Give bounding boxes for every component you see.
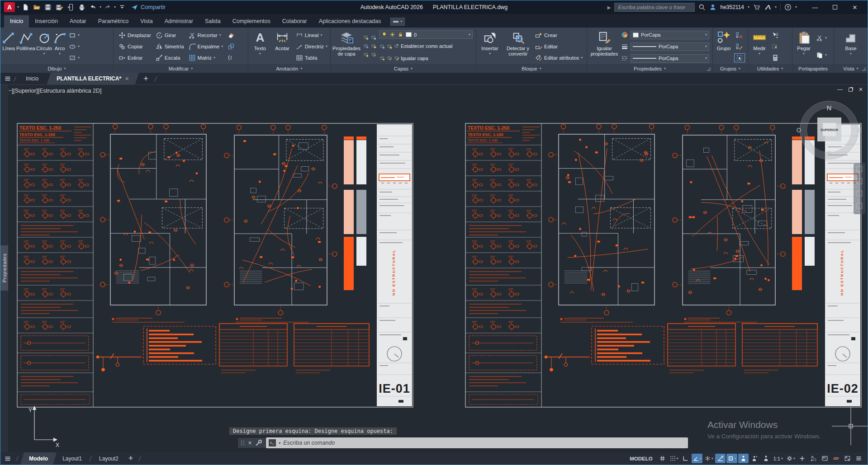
panel-label-modificar[interactable]: Modificar▾ (114, 64, 248, 73)
app-menu-button[interactable]: A (4, 2, 15, 12)
command-input[interactable]: ▾ Escriba un comando (266, 437, 688, 448)
polar-tracking-toggle[interactable]: ▾ (692, 454, 702, 463)
make-current-button[interactable]: Establecer como actual (379, 42, 473, 51)
status-menu-button[interactable] (854, 454, 864, 463)
undo-button[interactable] (88, 2, 98, 12)
trim-button[interactable]: Recortar▾ (187, 31, 225, 40)
layer-freeze-icon[interactable] (370, 34, 376, 40)
polyline-button[interactable]: Polilínea (16, 29, 35, 64)
annotation-autoscale-toggle[interactable] (749, 454, 760, 463)
measure-button[interactable]: Medir▾ (749, 29, 769, 64)
autodesk-dropdown-icon[interactable]: ▾ (775, 5, 777, 9)
redo-button[interactable] (103, 2, 113, 12)
lineweight-icon[interactable] (621, 43, 628, 50)
ribbon-tab-aplicaciones-destacadas[interactable]: Aplicaciones destacadas (313, 15, 387, 28)
grid-display-toggle[interactable] (657, 454, 668, 463)
layer-properties-button[interactable]: Propiedades de capa (332, 29, 361, 64)
group-selection-toggle[interactable] (734, 53, 745, 62)
panel-label-bloque[interactable]: Bloque▾ (476, 64, 587, 73)
workspace-settings-gear-button[interactable]: ▾ (785, 454, 796, 463)
group-edit-button[interactable] (734, 42, 745, 51)
offset-button[interactable] (226, 53, 236, 62)
ellipse-button[interactable]: ▾ (67, 42, 81, 51)
lineweight-dropdown[interactable]: PorCapa▾ (631, 42, 709, 51)
model-space[interactable]: TEXTO ESC. 1-250TEXTO ESC. 1-200TEXTO ES… (0, 85, 868, 452)
new-layout-button[interactable]: + (125, 454, 137, 463)
ribbon-tab-inicio[interactable]: Inicio (4, 15, 29, 28)
panel-label-capas[interactable]: Capas▾ (331, 64, 476, 73)
line-button[interactable]: Línea (2, 29, 15, 64)
annotation-scale-value[interactable]: 1:1▾ (772, 456, 784, 461)
ribbon-tab-salida[interactable]: Salida (199, 15, 227, 28)
ribbon-tab-anotar[interactable]: Anotar (64, 15, 92, 28)
viewcube-west-label[interactable]: O (797, 127, 802, 134)
drawing-restore-icon[interactable] (849, 88, 853, 92)
print-button[interactable] (77, 2, 87, 12)
viewcube-north-label[interactable]: N (827, 104, 832, 112)
edit-block-button[interactable]: Editar (534, 42, 584, 51)
search-input[interactable]: Escriba palabra clave o frase (614, 3, 695, 12)
maximize-button[interactable] (825, 1, 845, 14)
panel-label-dibujo[interactable]: Dibujo▾ (0, 64, 113, 73)
file-tabs-menu-icon[interactable] (4, 75, 11, 82)
model-space-indicator[interactable]: MODELO (630, 456, 652, 461)
viewcube-south-label[interactable]: S (827, 150, 831, 157)
viewport-controls-label[interactable]: [−][Superior][Estructura alámbrica 2D] (7, 88, 101, 94)
annotation-visibility-toggle[interactable] (738, 454, 749, 463)
layer-unlock-icon[interactable] (370, 52, 376, 57)
navigation-bar[interactable] (854, 163, 865, 214)
fillet-button[interactable]: Empalme▾ (187, 42, 225, 51)
autodesk-logo-icon[interactable] (764, 4, 771, 11)
new-drawing-tab-button[interactable]: + (140, 74, 152, 84)
paste-button[interactable]: Pegar▾ (794, 29, 814, 64)
panel-label-propiedades[interactable]: Propiedades▾ (587, 64, 712, 73)
panel-label-grupos[interactable]: Grupos▾ (713, 64, 748, 73)
viewcube-top-face[interactable]: SUPERIOR (821, 128, 839, 132)
copy-button[interactable]: Copiar (117, 42, 152, 51)
cloud-link-button[interactable] (831, 454, 841, 463)
store-cart-icon[interactable] (753, 4, 760, 11)
layout-tab-modelo[interactable]: Modelo (20, 452, 57, 465)
layer-lock-state-icon[interactable] (398, 32, 403, 38)
rotate-button[interactable]: Girar (154, 31, 185, 40)
layout-tab-layout2[interactable]: Layout2 (93, 452, 124, 465)
layout-menu-icon[interactable] (4, 455, 11, 462)
search-icon[interactable] (698, 4, 706, 11)
object-snap-tracking-toggle[interactable] (715, 454, 726, 463)
viewcube-east-label[interactable]: E (857, 127, 861, 134)
layout-tab-layout1[interactable]: Layout1 (57, 452, 88, 465)
customization-plus-button[interactable] (797, 454, 807, 463)
undo-dropdown-icon[interactable]: ▾ (100, 5, 101, 9)
detect-convert-button[interactable]: Detectar y convertir (503, 29, 533, 64)
text-button[interactable]: Texto▾ (250, 29, 270, 64)
mirror-button[interactable]: Simetría (154, 42, 185, 51)
user-avatar-icon[interactable] (709, 4, 716, 11)
vista-dialog-launcher-icon[interactable] (862, 67, 865, 70)
ribbon-tab-complementos[interactable]: Complementos (227, 15, 276, 28)
search-expander-icon[interactable]: ▶ (607, 5, 611, 10)
layer-sun-icon[interactable] (389, 32, 395, 38)
ribbon-tab-inserci-n[interactable]: Inserción (29, 15, 64, 28)
edit-attributes-button[interactable]: Editar atributos▾ (534, 53, 584, 62)
layer-bulb-icon[interactable] (381, 32, 387, 38)
drawing-close-icon[interactable]: ✕ (859, 86, 863, 93)
erase-button[interactable] (226, 31, 236, 40)
drawing-area[interactable]: TEXTO ESC. 1-250TEXTO ESC. 1-200TEXTO ES… (0, 85, 868, 452)
recent-commands-icon[interactable]: ▾ (279, 441, 280, 445)
ribbon-tab-colaborar[interactable]: Colaborar (276, 15, 313, 28)
leader-button[interactable]: Directriz▾ (294, 42, 329, 51)
object-color-dropdown[interactable]: PorCapa▾ (631, 31, 709, 39)
linear-dimension-button[interactable]: Lineal▾ (294, 31, 329, 40)
layer-off-icon[interactable] (363, 43, 369, 49)
move-button[interactable]: Desplazar (117, 31, 152, 40)
snap-mode-toggle[interactable]: ▾ (669, 454, 679, 463)
explode-button[interactable] (226, 42, 236, 51)
layer-on-icon[interactable] (363, 52, 369, 57)
share-button[interactable]: Compartir (131, 4, 166, 11)
command-close-icon[interactable]: ✕ (248, 440, 252, 446)
arc-button[interactable]: Arco▾ (53, 29, 66, 64)
ribbon-tab-param-trico[interactable]: Paramétrico (92, 15, 134, 28)
object-snap-toggle[interactable]: ▾ (726, 454, 737, 463)
stretch-button[interactable]: Estirar (117, 53, 152, 62)
command-wrench-icon[interactable] (255, 439, 262, 446)
